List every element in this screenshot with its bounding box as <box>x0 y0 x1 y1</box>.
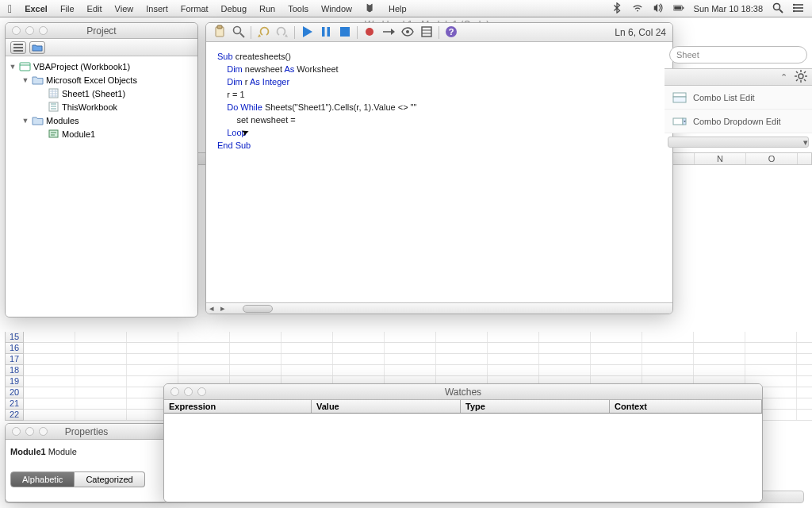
code-toolbar: ? Ln 6, Col 24 <box>206 23 672 42</box>
svg-point-10 <box>793 10 795 11</box>
svg-text:?: ? <box>449 27 454 37</box>
row-header[interactable]: 21 <box>5 398 24 410</box>
view-list-button[interactable] <box>10 41 26 54</box>
menu-run[interactable]: Run <box>259 4 275 13</box>
battery-icon[interactable] <box>673 2 684 15</box>
svg-rect-40 <box>673 97 686 102</box>
menu-tools[interactable]: Tools <box>288 4 308 13</box>
col-type[interactable]: Type <box>461 400 610 413</box>
window-controls[interactable] <box>164 387 206 396</box>
macos-menubar:  Excel File Edit View Insert Format Deb… <box>0 0 812 17</box>
code-editor[interactable]: Sub createsheets() Dim newsheet As Works… <box>206 42 672 302</box>
cursor-position: Ln 6, Col 24 <box>615 27 666 38</box>
menu-debug[interactable]: Debug <box>221 4 247 13</box>
svg-line-21 <box>240 33 244 37</box>
row-header[interactable]: 19 <box>5 376 24 387</box>
paste-icon[interactable] <box>213 25 227 40</box>
row-header[interactable]: 18 <box>5 365 24 376</box>
stop-icon[interactable] <box>338 25 352 40</box>
watches-header: Expression Value Type Context <box>164 400 762 414</box>
undo-icon[interactable] <box>256 25 270 40</box>
watch-icon[interactable] <box>400 25 415 40</box>
find-icon[interactable] <box>232 25 246 40</box>
toolbox-item-label: Combo Dropdown Edit <box>693 117 781 126</box>
tab-alphabetic[interactable]: Alphabetic <box>10 471 75 487</box>
tree-item[interactable]: ThisWorkbook <box>6 100 197 114</box>
run-icon[interactable] <box>300 25 314 40</box>
redo-icon[interactable] <box>275 25 289 40</box>
editor-hscrollbar[interactable]: ◂▸ <box>206 302 672 314</box>
clock[interactable]: Sun Mar 10 18:38 <box>694 4 763 13</box>
tree-item[interactable]: Module1 <box>6 127 197 140</box>
column-header[interactable]: O <box>746 153 798 164</box>
col-context[interactable]: Context <box>610 400 762 413</box>
svg-point-26 <box>406 30 409 33</box>
svg-rect-39 <box>673 93 686 97</box>
toolbox-search[interactable]: Sheet <box>669 46 807 64</box>
help-icon[interactable]: ? <box>444 25 458 40</box>
column-header[interactable]: N <box>695 153 746 164</box>
col-value[interactable]: Value <box>312 400 461 413</box>
menu-edit[interactable]: Edit <box>87 4 102 13</box>
svg-point-8 <box>793 3 795 5</box>
window-controls[interactable] <box>6 427 48 436</box>
tree-item[interactable]: ▼Modules <box>6 114 197 127</box>
properties-tabs: Alphabetic Categorized <box>10 471 163 487</box>
wifi-icon[interactable] <box>632 2 643 15</box>
tree-item[interactable]: ▼VBAProject (Workbook1) <box>6 60 197 73</box>
window-controls[interactable] <box>6 26 48 35</box>
code-window: ? Ln 6, Col 24 Sub createsheets() Dim ne… <box>205 22 673 314</box>
row-header[interactable]: 20 <box>5 387 24 398</box>
properties-window: Properties Module1 Module Alphabetic Cat… <box>5 423 168 502</box>
svg-rect-23 <box>327 27 331 37</box>
menu-help[interactable]: Help <box>389 4 407 13</box>
apple-menu[interactable]:  <box>8 2 12 15</box>
menu-view[interactable]: View <box>115 4 134 13</box>
svg-rect-11 <box>13 44 23 45</box>
bookmark-icon[interactable] <box>419 25 434 40</box>
col-expression[interactable]: Expression <box>164 400 312 413</box>
tree-item[interactable]: Sheet1 (Sheet1) <box>6 87 197 100</box>
step-icon[interactable] <box>381 25 396 40</box>
row-header[interactable]: 22 <box>5 410 24 421</box>
svg-line-36 <box>804 79 806 81</box>
app-name[interactable]: Excel <box>25 4 48 13</box>
menu-insert[interactable]: Insert <box>146 4 168 13</box>
bluetooth-icon[interactable] <box>611 2 622 15</box>
project-tree[interactable]: ▼VBAProject (Workbook1)▼Microsoft Excel … <box>6 56 197 317</box>
view-folder-button[interactable] <box>29 41 45 54</box>
collapse-icon[interactable]: ⌃ <box>777 71 790 83</box>
toolbox-scrollbar[interactable]: ▾ <box>668 137 809 148</box>
row-header[interactable]: 17 <box>5 354 24 365</box>
svg-line-37 <box>804 71 806 73</box>
menu-file[interactable]: File <box>60 4 75 13</box>
svg-point-3 <box>774 3 780 10</box>
tree-item[interactable]: ▼Microsoft Excel Objects <box>6 73 197 87</box>
breakpoint-icon[interactable] <box>362 25 377 40</box>
mouse-cursor: ➤ <box>239 125 251 140</box>
svg-point-25 <box>366 28 373 36</box>
script-menu-icon[interactable] <box>365 2 376 15</box>
project-window: Project ▼VBAProject (Workbook1)▼Microsof… <box>5 22 198 318</box>
svg-rect-13 <box>13 50 23 52</box>
toolbox-item-combo-dropdown[interactable]: Combo Dropdown Edit <box>665 110 812 133</box>
watches-window: Watches Expression Value Type Context <box>163 383 763 502</box>
menu-format[interactable]: Format <box>181 4 209 13</box>
notification-center-icon[interactable] <box>793 2 804 15</box>
gear-icon[interactable] <box>795 70 807 84</box>
watches-body[interactable] <box>164 414 762 502</box>
svg-rect-19 <box>217 25 222 29</box>
tab-categorized[interactable]: Categorized <box>75 471 144 487</box>
row-header[interactable]: 16 <box>5 343 24 354</box>
svg-rect-1 <box>674 6 681 10</box>
svg-rect-27 <box>422 27 431 37</box>
svg-rect-12 <box>13 47 23 48</box>
toolbox-item-combo-list[interactable]: Combo List Edit <box>665 86 812 110</box>
row-header[interactable]: 15 <box>5 332 24 343</box>
volume-icon[interactable] <box>653 2 664 15</box>
menu-window[interactable]: Window <box>321 4 352 13</box>
svg-point-20 <box>234 26 241 33</box>
spotlight-icon[interactable] <box>772 2 783 15</box>
toolbox-pane: Sheet ⌃ Combo List Edit Combo Dropdown E… <box>665 41 812 151</box>
pause-icon[interactable] <box>319 25 333 40</box>
